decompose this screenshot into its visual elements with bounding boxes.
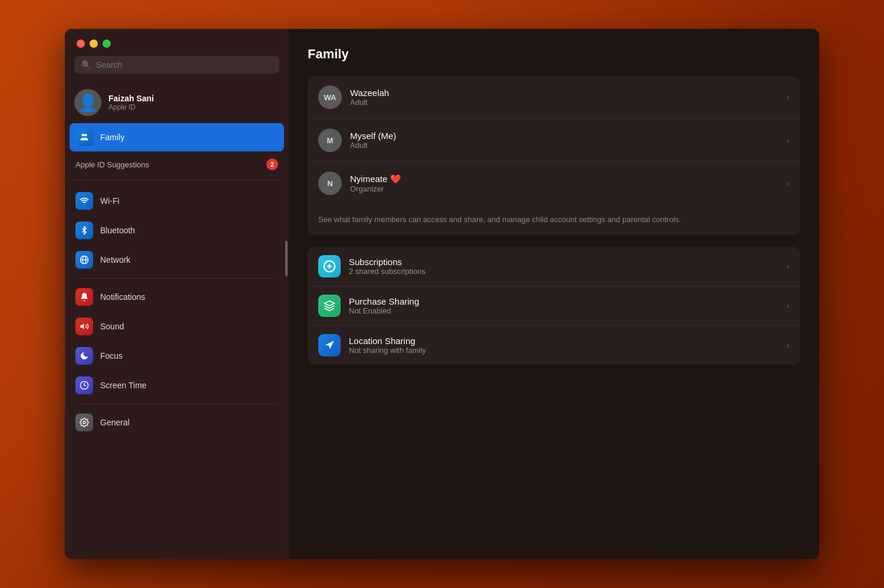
sidebar-nav: Wi-Fi Bluetooth Networ (65, 184, 289, 559)
search-icon: 🔍 (81, 60, 91, 70)
service-row-purchase[interactable]: Purchase Sharing Not Enabled › (308, 286, 800, 326)
location-chevron: › (787, 341, 790, 350)
user-name: Faizah Sani (108, 94, 154, 103)
user-info: Faizah Sani Apple ID (108, 94, 154, 111)
member-initials-wazeelah: WA (324, 93, 337, 102)
location-sub: Not sharing with family (349, 346, 787, 355)
member-row-myself[interactable]: M Myself (Me) Adult › (308, 119, 800, 162)
svg-marker-6 (80, 323, 84, 329)
member-avatar-myself: M (318, 128, 342, 152)
focus-label: Focus (100, 351, 123, 361)
search-bar[interactable]: 🔍 (74, 56, 279, 74)
member-info-nyimeate: Nyimeate ❤️ Organizer (350, 174, 787, 193)
suggestions-row[interactable]: Apple ID Suggestions 2 (65, 153, 289, 176)
minimize-button[interactable] (90, 39, 98, 48)
svg-point-2 (84, 204, 84, 204)
svg-point-0 (82, 134, 85, 137)
close-button[interactable] (77, 39, 85, 48)
member-name-myself: Myself (Me) (350, 131, 787, 141)
member-avatar-wazeelah: WA (318, 85, 342, 109)
chevron-right-icon-3: › (787, 179, 790, 188)
scroll-indicator (285, 241, 288, 276)
services-card: Subscriptions 2 shared subscriptions › P… (308, 247, 800, 365)
wifi-label: Wi-Fi (100, 196, 120, 206)
sidebar-item-focus[interactable]: Focus (70, 342, 284, 370)
subscriptions-info: Subscriptions 2 shared subscriptions (349, 257, 787, 276)
purchase-name: Purchase Sharing (349, 296, 787, 306)
family-icon (75, 128, 93, 146)
sidebar-item-network[interactable]: Network (70, 246, 284, 274)
bluetooth-icon (75, 222, 93, 239)
member-row-nyimeate[interactable]: N Nyimeate ❤️ Organizer › (308, 162, 800, 204)
member-name-wazeelah: Wazeelah (350, 88, 787, 98)
sidebar-item-wifi[interactable]: Wi-Fi (70, 187, 284, 215)
user-subtitle: Apple ID (108, 103, 154, 111)
network-label: Network (100, 255, 130, 265)
svg-point-8 (83, 421, 85, 424)
avatar-icon: 👤 (78, 93, 98, 113)
member-row-wazeelah[interactable]: WA Wazeelah Adult › (308, 76, 800, 119)
subscriptions-name: Subscriptions (349, 257, 787, 267)
location-icon (318, 334, 341, 356)
purchase-info: Purchase Sharing Not Enabled (349, 296, 787, 315)
notifications-label: Notifications (100, 292, 145, 302)
sidebar-item-screentime[interactable]: Screen Time (70, 371, 284, 399)
focus-icon (75, 347, 93, 365)
sidebar-divider-3 (77, 404, 277, 404)
service-row-subscriptions[interactable]: Subscriptions 2 shared subscriptions › (308, 247, 800, 286)
purchase-chevron: › (787, 301, 790, 310)
location-info: Location Sharing Not sharing with family (349, 336, 787, 355)
suggestions-label: Apple ID Suggestions (75, 160, 149, 169)
member-avatar-nyimeate: N (318, 171, 342, 195)
avatar: 👤 (74, 89, 101, 116)
notifications-icon (75, 288, 93, 306)
main-content: Family WA Wazeelah Adult › M My (289, 29, 819, 559)
purchase-icon (318, 295, 341, 317)
maximize-button[interactable] (103, 39, 111, 48)
member-info-wazeelah: Wazeelah Adult (350, 88, 787, 107)
chevron-right-icon: › (787, 93, 790, 102)
family-members-card: WA Wazeelah Adult › M Myself (Me) Adult … (308, 76, 800, 235)
member-role-nyimeate: Organizer (350, 184, 787, 193)
main-window: 🔍 👤 Faizah Sani Apple ID Family (65, 29, 819, 559)
svg-point-1 (84, 134, 87, 137)
bluetooth-label: Bluetooth (100, 226, 135, 235)
sidebar-divider-1 (72, 180, 282, 180)
sidebar-item-bluetooth[interactable]: Bluetooth (70, 216, 284, 245)
purchase-sub: Not Enabled (349, 306, 787, 315)
screentime-label: Screen Time (100, 381, 147, 390)
sidebar-divider-2 (77, 278, 277, 279)
chevron-right-icon-2: › (787, 136, 790, 145)
general-label: General (100, 418, 130, 427)
wifi-icon (75, 192, 93, 210)
general-icon (75, 414, 93, 431)
member-role-myself: Adult (350, 141, 787, 150)
member-info-myself: Myself (Me) Adult (350, 131, 787, 150)
sidebar: 🔍 👤 Faizah Sani Apple ID Family (65, 29, 289, 559)
sound-icon (75, 318, 93, 335)
subscriptions-sub: 2 shared subscriptions (349, 267, 787, 276)
member-initials-nyimeate: N (327, 179, 332, 188)
svg-marker-12 (325, 341, 334, 349)
page-title: Family (308, 47, 800, 62)
sound-label: Sound (100, 322, 124, 331)
sidebar-item-family[interactable]: Family (70, 123, 284, 151)
location-name: Location Sharing (349, 336, 787, 346)
user-profile[interactable]: 👤 Faizah Sani Apple ID (65, 83, 289, 122)
network-icon (75, 251, 93, 269)
sidebar-item-general[interactable]: General (70, 408, 284, 437)
screentime-icon (75, 376, 93, 394)
suggestions-badge: 2 (266, 158, 278, 170)
subscriptions-chevron: › (787, 262, 790, 271)
sidebar-item-notifications[interactable]: Notifications (70, 283, 284, 311)
sidebar-item-sound[interactable]: Sound (70, 312, 284, 341)
member-role-wazeelah: Adult (350, 98, 787, 107)
traffic-lights (65, 29, 289, 56)
subscriptions-icon (318, 255, 341, 278)
service-row-location[interactable]: Location Sharing Not sharing with family… (308, 326, 800, 365)
member-name-nyimeate: Nyimeate ❤️ (350, 174, 787, 184)
family-description: See what family members can access and s… (308, 204, 800, 235)
member-initials-myself: M (327, 136, 334, 145)
sidebar-active-label: Family (100, 133, 124, 142)
search-input[interactable] (96, 60, 272, 70)
